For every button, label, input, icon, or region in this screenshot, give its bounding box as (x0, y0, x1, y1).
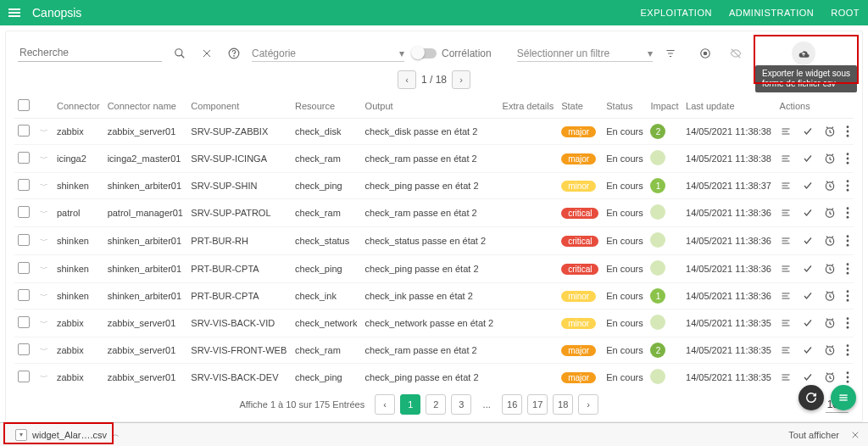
live-toggle-icon[interactable] (696, 44, 715, 63)
page-16[interactable]: 16 (502, 394, 522, 415)
col-extra[interactable]: Extra details (499, 94, 559, 119)
action-list-icon[interactable] (780, 291, 792, 301)
action-snooze-icon[interactable] (824, 290, 836, 302)
page-18[interactable]: 18 (553, 394, 573, 415)
action-more-icon[interactable] (846, 263, 849, 275)
nav-exploitation[interactable]: EXPLOITATION (640, 8, 711, 18)
expand-row-icon[interactable]: ﹀ (40, 127, 48, 136)
action-list-icon[interactable] (780, 318, 792, 328)
action-more-icon[interactable] (846, 290, 849, 302)
action-ack-icon[interactable] (802, 372, 814, 382)
select-all-checkbox[interactable] (18, 99, 30, 111)
page-17[interactable]: 17 (527, 394, 548, 415)
col-connector[interactable]: Connector (53, 94, 104, 119)
hide-icon[interactable] (726, 44, 745, 63)
refresh-fab[interactable] (798, 385, 824, 410)
action-list-icon[interactable] (780, 208, 792, 218)
action-list-icon[interactable] (780, 153, 792, 164)
table-row[interactable]: ﹀ zabbix zabbix_server01 SRV-VIS-BACK-DE… (14, 364, 854, 388)
action-more-icon[interactable] (846, 153, 849, 164)
expand-row-icon[interactable]: ﹀ (40, 346, 48, 354)
nav-root[interactable]: ROOT (831, 8, 860, 18)
expand-row-icon[interactable]: ﹀ (40, 181, 48, 190)
action-ack-icon[interactable] (802, 126, 814, 137)
action-ack-icon[interactable] (802, 318, 814, 328)
action-ack-icon[interactable] (802, 153, 814, 164)
correlation-toggle[interactable] (413, 48, 437, 59)
menu-fab[interactable] (831, 385, 856, 410)
search-field[interactable] (18, 46, 162, 62)
row-checkbox[interactable] (18, 343, 30, 355)
action-more-icon[interactable] (846, 125, 849, 137)
action-list-icon[interactable] (780, 264, 792, 274)
action-snooze-icon[interactable] (824, 371, 836, 383)
table-row[interactable]: ﹀ zabbix zabbix_server01 SRV-SUP-ZABBIX … (14, 119, 854, 145)
row-checkbox[interactable] (18, 152, 30, 164)
action-more-icon[interactable] (846, 344, 849, 356)
expand-row-icon[interactable]: ﹀ (40, 237, 48, 245)
row-checkbox[interactable] (18, 234, 30, 246)
next-page[interactable]: › (578, 394, 598, 415)
action-snooze-icon[interactable] (824, 317, 836, 329)
action-snooze-icon[interactable] (824, 125, 836, 137)
hamburger-icon[interactable] (8, 8, 20, 17)
search-icon[interactable] (170, 44, 189, 63)
expand-row-icon[interactable]: ﹀ (40, 154, 48, 163)
page-2[interactable]: 2 (426, 394, 446, 415)
expand-row-icon[interactable]: ﹀ (40, 292, 48, 300)
row-checkbox[interactable] (18, 289, 30, 301)
col-resource[interactable]: Resource (292, 94, 362, 119)
table-row[interactable]: ﹀ shinken shinken_arbiter01 PRT-BUR-CPTA… (14, 283, 854, 309)
show-all-downloads[interactable]: Tout afficher (788, 430, 839, 440)
col-impact[interactable]: Impact (647, 94, 682, 119)
row-checkbox[interactable] (18, 206, 30, 218)
action-more-icon[interactable] (846, 317, 849, 329)
row-checkbox[interactable] (18, 316, 30, 328)
close-download-bar[interactable] (851, 431, 860, 439)
action-list-icon[interactable] (780, 345, 792, 355)
action-ack-icon[interactable] (802, 345, 814, 355)
table-row[interactable]: ﹀ shinken shinken_arbiter01 PRT-BUR-RH c… (14, 227, 854, 255)
action-more-icon[interactable] (846, 207, 849, 219)
table-row[interactable]: ﹀ shinken shinken_arbiter01 SRV-SUP-SHIN… (14, 173, 854, 199)
next-page-top[interactable]: › (452, 70, 470, 89)
nav-administration[interactable]: ADMINISTRATION (729, 8, 814, 18)
action-ack-icon[interactable] (802, 181, 814, 191)
row-checkbox[interactable] (18, 125, 30, 137)
action-snooze-icon[interactable] (824, 344, 836, 356)
prev-page[interactable]: ‹ (375, 394, 395, 415)
action-list-icon[interactable] (780, 236, 792, 246)
expand-row-icon[interactable]: ﹀ (40, 209, 48, 217)
table-row[interactable]: ﹀ icinga2 icinga2_master01 SRV-SUP-ICING… (14, 145, 854, 173)
col-last-update[interactable]: Last update (682, 94, 776, 119)
row-checkbox[interactable] (18, 262, 30, 274)
col-connector-name[interactable]: Connector name (104, 94, 188, 119)
action-list-icon[interactable] (780, 126, 792, 137)
page-1[interactable]: 1 (400, 394, 420, 415)
page-3[interactable]: 3 (451, 394, 471, 415)
action-snooze-icon[interactable] (824, 207, 836, 219)
filter-dropdown[interactable]: Sélectionner un filtre ▾ (517, 46, 653, 62)
row-checkbox[interactable] (18, 371, 30, 382)
expand-row-icon[interactable]: ﹀ (40, 373, 48, 382)
col-component[interactable]: Component (187, 94, 292, 119)
row-checkbox[interactable] (18, 179, 30, 191)
action-list-icon[interactable] (780, 181, 792, 191)
table-row[interactable]: ﹀ shinken shinken_arbiter01 PRT-BUR-CPTA… (14, 255, 854, 283)
mix-filters-icon[interactable] (661, 44, 680, 63)
download-chip[interactable]: ▾ widget_Alar….csv ︿ (8, 426, 126, 443)
action-more-icon[interactable] (846, 180, 849, 192)
action-ack-icon[interactable] (802, 264, 814, 274)
help-icon[interactable] (225, 44, 243, 63)
action-ack-icon[interactable] (802, 236, 814, 246)
table-row[interactable]: ﹀ patrol patrol_manager01 SRV-SUP-PATROL… (14, 199, 854, 227)
action-more-icon[interactable] (846, 371, 849, 383)
search-input[interactable] (18, 46, 162, 59)
col-status[interactable]: Status (603, 94, 647, 119)
action-list-icon[interactable] (780, 372, 792, 382)
expand-row-icon[interactable]: ﹀ (40, 319, 48, 327)
col-state[interactable]: State (558, 94, 603, 119)
action-snooze-icon[interactable] (824, 180, 836, 192)
category-dropdown[interactable]: Catégorie ▾ (252, 46, 404, 62)
col-output[interactable]: Output (362, 94, 499, 119)
